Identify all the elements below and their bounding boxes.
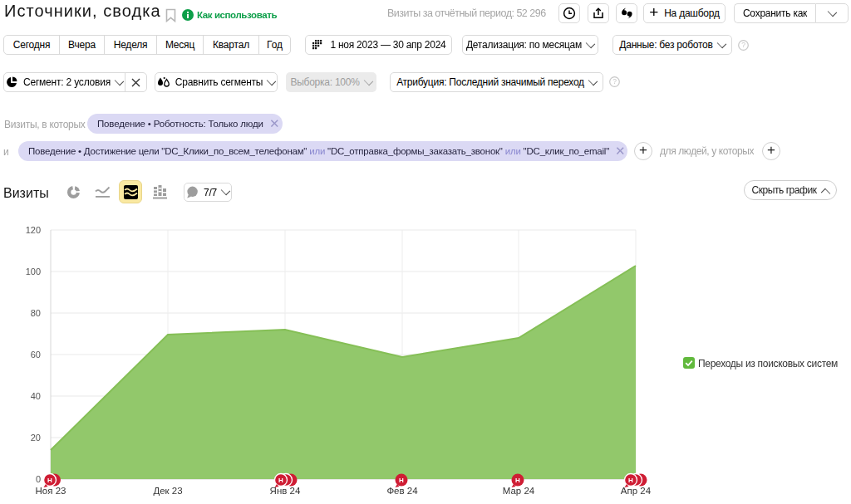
svg-text:Дек 23: Дек 23: [153, 486, 182, 496]
svg-text:100: 100: [26, 267, 41, 276]
svg-text:Н: Н: [278, 477, 283, 484]
svg-text:Янв 24: Янв 24: [270, 486, 301, 496]
svg-text:?: ?: [741, 41, 745, 49]
svg-text:Н: Н: [628, 477, 633, 484]
svg-text:120: 120: [26, 225, 41, 235]
svg-text:?: ?: [612, 77, 617, 86]
svg-text:40: 40: [31, 391, 41, 401]
svg-text:Мар 24: Мар 24: [503, 486, 535, 496]
svg-text:Н: Н: [515, 477, 520, 484]
svg-text:Н: Н: [399, 477, 404, 484]
svg-text:20: 20: [31, 433, 41, 443]
svg-text:80: 80: [31, 308, 41, 318]
svg-text:Ноя 23: Ноя 23: [36, 486, 66, 496]
svg-text:Фев 24: Фев 24: [386, 486, 418, 496]
svg-text:Н: Н: [47, 477, 52, 484]
svg-text:0: 0: [36, 474, 41, 484]
svg-text:60: 60: [31, 350, 41, 360]
